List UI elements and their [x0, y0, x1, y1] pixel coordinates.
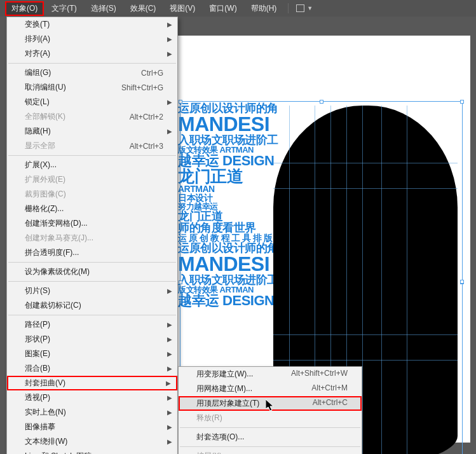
- arrange-documents-icon[interactable]: [296, 4, 304, 12]
- submenu-arrow-icon: ▶: [166, 380, 171, 387]
- menu-item-show-all: 显示全部Alt+Ctrl+3: [7, 139, 177, 153]
- menu-item-expand-appearance: 扩展外观(E): [7, 172, 177, 187]
- menubar-item-view[interactable]: 视图(V): [163, 1, 201, 16]
- submenu-arrow-icon: ▶: [167, 438, 172, 445]
- menu-item-trim-marks[interactable]: 创建裁切标记(C): [7, 298, 177, 313]
- submenu-arrow-icon: ▶: [167, 336, 172, 343]
- menu-separator: [180, 446, 360, 447]
- submenu-arrow-icon: ▶: [167, 50, 172, 57]
- menubar-item-window[interactable]: 窗口(W): [203, 1, 243, 16]
- submenu-item-envelope-options[interactable]: 封套选项(O)...: [179, 430, 362, 444]
- submenu-arrow-icon: ▶: [167, 350, 172, 357]
- submenu-item-make-with-warp[interactable]: 用变形建立(W)...Alt+Shift+Ctrl+W: [179, 367, 362, 382]
- guide-line: [273, 163, 458, 163]
- menu-item-blend[interactable]: 混合(B)▶: [7, 361, 177, 376]
- menu-separator: [8, 281, 176, 282]
- menubar-item-effect[interactable]: 效果(C): [124, 1, 163, 16]
- menu-separator: [8, 315, 176, 315]
- menu-item-arrange[interactable]: 排列(A)▶: [7, 32, 177, 46]
- menubar: 对象(O) 文字(T) 选择(S) 效果(C) 视图(V) 窗口(W) 帮助(H…: [0, 0, 476, 17]
- guide-line: [381, 106, 382, 454]
- submenu-item-release: 释放(R): [179, 411, 362, 425]
- chevron-down-icon[interactable]: ▼: [307, 5, 313, 11]
- submenu-arrow-icon: ▶: [167, 36, 172, 43]
- submenu-item-expand: 扩展(X): [179, 449, 362, 454]
- guide-line: [273, 360, 458, 361]
- menu-item-flatten-transparency[interactable]: 拼合透明度(F)...: [7, 245, 177, 260]
- menu-item-pattern[interactable]: 图案(E)▶: [7, 347, 177, 361]
- menu-separator: [8, 63, 176, 64]
- submenu-arrow-icon: ▶: [167, 423, 172, 430]
- menu-item-image-trace[interactable]: 图像描摹▶: [7, 420, 177, 434]
- submenu-item-make-with-mesh[interactable]: 用网格建立(M)...Alt+Ctrl+M: [179, 382, 362, 396]
- submenu-arrow-icon: ▶: [167, 409, 172, 416]
- menu-item-crop-image: 裁剪图像(C): [7, 187, 177, 202]
- menu-item-hide[interactable]: 隐藏(H)▶: [7, 124, 177, 139]
- submenu-arrow-icon: ▶: [167, 21, 172, 28]
- guide-line: [362, 106, 363, 454]
- menu-item-unlock-all: 全部解锁(K)Alt+Ctrl+2: [7, 109, 177, 124]
- submenu-item-make-with-top-object[interactable]: 用顶层对象建立(T)Alt+Ctrl+C: [179, 396, 362, 411]
- menu-item-expand[interactable]: 扩展(X)...: [7, 158, 177, 172]
- submenu-arrow-icon: ▶: [167, 99, 172, 106]
- menu-item-live-paint[interactable]: 实时上色(N)▶: [7, 405, 177, 420]
- menu-separator: [180, 427, 360, 428]
- submenu-arrow-icon: ▶: [167, 128, 172, 135]
- menu-item-perspective[interactable]: 透视(P)▶: [7, 390, 177, 405]
- menu-item-envelope-distort[interactable]: 封套扭曲(V)▶: [7, 376, 177, 390]
- menu-item-line-sketch[interactable]: Line 和 Sketch 图稿▶: [7, 449, 177, 454]
- guide-line: [407, 106, 407, 454]
- menubar-item-type[interactable]: 文字(T): [45, 1, 83, 16]
- menu-item-slice[interactable]: 切片(S)▶: [7, 284, 177, 298]
- menu-separator: [8, 262, 176, 263]
- envelope-distort-submenu: 用变形建立(W)...Alt+Shift+Ctrl+W 用网格建立(M)...A…: [178, 366, 362, 454]
- menu-item-gradient-mesh[interactable]: 创建渐变网格(D)...: [7, 216, 177, 231]
- menubar-item-help[interactable]: 帮助(H): [245, 1, 283, 16]
- menu-item-transform[interactable]: 变换(T)▶: [7, 17, 177, 32]
- menu-item-group[interactable]: 编组(G)Ctrl+G: [7, 65, 177, 80]
- submenu-arrow-icon: ▶: [167, 394, 172, 401]
- guide-line: [273, 188, 458, 189]
- menu-item-ungroup[interactable]: 取消编组(U)Shift+Ctrl+G: [7, 80, 177, 95]
- menu-item-shape[interactable]: 形状(P)▶: [7, 332, 177, 347]
- submenu-arrow-icon: ▶: [167, 321, 172, 328]
- menubar-item-select[interactable]: 选择(S): [85, 1, 123, 16]
- menu-item-align[interactable]: 对齐(A)▶: [7, 46, 177, 61]
- guide-line: [273, 334, 458, 335]
- object-menu: 变换(T)▶ 排列(A)▶ 对齐(A)▶ 编组(G)Ctrl+G 取消编组(U)…: [6, 17, 178, 454]
- submenu-arrow-icon: ▶: [167, 287, 172, 294]
- menu-item-text-wrap[interactable]: 文本绕排(W)▶: [7, 434, 177, 449]
- menu-item-lock[interactable]: 锁定(L)▶: [7, 95, 177, 109]
- submenu-arrow-icon: ▶: [167, 365, 172, 372]
- menubar-item-object[interactable]: 对象(O): [5, 1, 44, 16]
- menubar-separator: [288, 3, 289, 13]
- menu-item-rasterize[interactable]: 栅格化(Z)...: [7, 202, 177, 216]
- menu-item-object-mosaic: 创建对象马赛克(J)...: [7, 231, 177, 245]
- menu-separator: [8, 155, 176, 156]
- menu-item-pixel-perfect[interactable]: 设为像素级优化(M): [7, 265, 177, 279]
- menu-item-path[interactable]: 路径(P)▶: [7, 317, 177, 332]
